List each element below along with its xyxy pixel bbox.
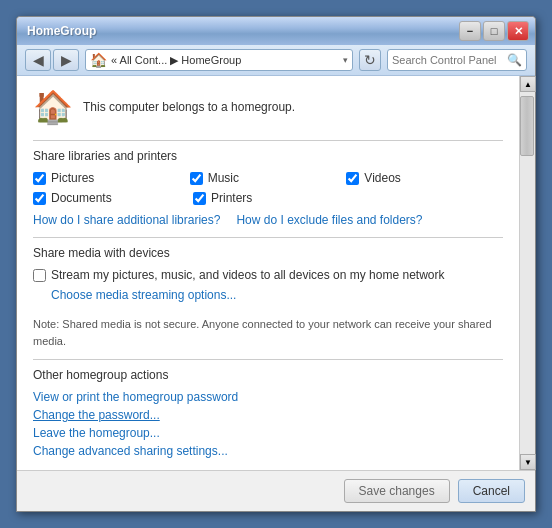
scroll-down-button[interactable]: ▼ [520, 454, 536, 470]
maximize-button[interactable]: □ [483, 21, 505, 41]
change-password-link[interactable]: Change the password... [33, 408, 503, 422]
checkboxes-row-1: Pictures Music Videos [33, 171, 503, 185]
other-actions-title: Other homegroup actions [33, 368, 503, 382]
checkbox-printers-label: Printers [211, 191, 252, 205]
main-window: HomeGroup − □ ✕ ◀ ▶ 🏠 « All Cont... ▶ Ho… [16, 16, 536, 512]
checkboxes-row-2: Documents Printers [33, 191, 503, 205]
checkbox-printers[interactable]: Printers [193, 191, 353, 205]
search-icon[interactable]: 🔍 [507, 53, 522, 67]
checkbox-documents[interactable]: Documents [33, 191, 193, 205]
nav-buttons: ◀ ▶ [25, 49, 79, 71]
share-libraries-title: Share libraries and printers [33, 149, 503, 163]
homegroup-icon: 🏠 [33, 88, 73, 126]
share-media-title: Share media with devices [33, 246, 503, 260]
minimize-button[interactable]: − [459, 21, 481, 41]
exclude-files-link[interactable]: How do I exclude files and folders? [236, 213, 422, 227]
checkbox-music-label: Music [208, 171, 239, 185]
share-libraries-section: Share libraries and printers Pictures Mu… [33, 149, 503, 227]
scroll-track[interactable] [520, 92, 535, 454]
checkbox-videos-input[interactable] [346, 172, 359, 185]
scroll-thumb[interactable] [520, 96, 534, 156]
scroll-up-button[interactable]: ▲ [520, 76, 536, 92]
close-button[interactable]: ✕ [507, 21, 529, 41]
stream-label: Stream my pictures, music, and videos to… [51, 268, 445, 282]
stream-checkbox[interactable] [33, 269, 46, 282]
address-bar[interactable]: 🏠 « All Cont... ▶ HomeGroup ▾ [85, 49, 353, 71]
search-box[interactable]: 🔍 [387, 49, 527, 71]
divider-share-media [33, 237, 503, 238]
address-text: « All Cont... ▶ HomeGroup [111, 54, 339, 67]
checkbox-music[interactable]: Music [190, 171, 347, 185]
leave-homegroup-link[interactable]: Leave the homegroup... [33, 426, 503, 440]
checkbox-music-input[interactable] [190, 172, 203, 185]
checkbox-printers-input[interactable] [193, 192, 206, 205]
checkbox-documents-input[interactable] [33, 192, 46, 205]
content-area: 🏠 This computer belongs to a homegroup. … [17, 76, 535, 470]
back-button[interactable]: ◀ [25, 49, 51, 71]
main-content: 🏠 This computer belongs to a homegroup. … [17, 76, 519, 470]
media-streaming-options-link[interactable]: Choose media streaming options... [51, 288, 236, 302]
address-dropdown-arrow[interactable]: ▾ [343, 55, 348, 65]
divider-other-actions [33, 359, 503, 360]
media-note: Note: Shared media is not secure. Anyone… [33, 316, 503, 349]
homegroup-address-icon: 🏠 [90, 52, 107, 68]
title-bar: HomeGroup − □ ✕ [17, 17, 535, 45]
forward-button[interactable]: ▶ [53, 49, 79, 71]
header-text: This computer belongs to a homegroup. [83, 100, 295, 114]
view-print-password-link[interactable]: View or print the homegroup password [33, 390, 503, 404]
scrollbar: ▲ ▼ [519, 76, 535, 470]
save-changes-button[interactable]: Save changes [344, 479, 450, 503]
checkbox-pictures-input[interactable] [33, 172, 46, 185]
divider-share-libraries [33, 140, 503, 141]
checkbox-pictures[interactable]: Pictures [33, 171, 190, 185]
checkbox-pictures-label: Pictures [51, 171, 94, 185]
checkbox-documents-label: Documents [51, 191, 112, 205]
cancel-button[interactable]: Cancel [458, 479, 525, 503]
action-links-list: View or print the homegroup password Cha… [33, 390, 503, 458]
other-actions-section: Other homegroup actions View or print th… [33, 368, 503, 458]
checkbox-videos[interactable]: Videos [346, 171, 503, 185]
bottom-bar: Save changes Cancel [17, 470, 535, 511]
window-title: HomeGroup [27, 24, 96, 38]
toolbar: ◀ ▶ 🏠 « All Cont... ▶ HomeGroup ▾ ↻ 🔍 [17, 45, 535, 76]
checkbox-videos-label: Videos [364, 171, 400, 185]
header-section: 🏠 This computer belongs to a homegroup. [33, 88, 503, 126]
title-bar-controls: − □ ✕ [459, 21, 529, 41]
advanced-sharing-link[interactable]: Change advanced sharing settings... [33, 444, 503, 458]
search-input[interactable] [392, 54, 503, 66]
refresh-button[interactable]: ↻ [359, 49, 381, 71]
stream-row: Stream my pictures, music, and videos to… [33, 268, 503, 282]
share-help-links: How do I share additional libraries? How… [33, 213, 503, 227]
share-media-section: Share media with devices Stream my pictu… [33, 246, 503, 349]
share-additional-libraries-link[interactable]: How do I share additional libraries? [33, 213, 220, 227]
